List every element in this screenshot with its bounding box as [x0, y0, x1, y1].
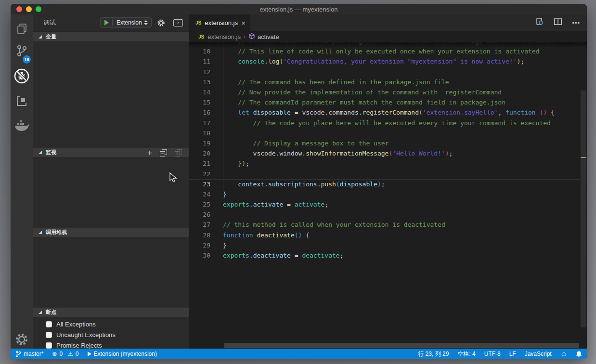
source-control-icon[interactable]: 16 — [11, 41, 33, 61]
line-number[interactable]: 14 — [189, 89, 210, 96]
zoom-window-button[interactable] — [36, 6, 41, 12]
code-line-21[interactable]: 21 }); — [189, 158, 580, 169]
debug-toolbar: 调试 Extension › — [33, 14, 189, 31]
breakpoint-checkbox[interactable] — [46, 321, 52, 327]
code-line-13[interactable]: 13 // The command has been defined in th… — [189, 77, 580, 87]
launch-config-dropdown[interactable]: Extension — [100, 17, 152, 28]
breakpoint-item[interactable]: Uncaught Exceptions — [33, 329, 189, 340]
code-line-23[interactable]: 23 context.subscriptions.push(disposable… — [189, 179, 580, 189]
line-number[interactable]: 18 — [189, 130, 210, 137]
call-stack-panel[interactable] — [33, 237, 189, 307]
vertical-scrollbar[interactable] — [581, 91, 586, 327]
mouse-cursor — [169, 172, 177, 185]
debug-console-icon[interactable]: › — [173, 19, 183, 26]
cursor-position-status[interactable]: 行 23, 列 29 — [418, 350, 449, 358]
problems-status[interactable]: ⊗ 0 ⚠ 0 — [52, 351, 78, 357]
notifications-bell-icon[interactable] — [576, 351, 582, 357]
line-number[interactable]: 19 — [189, 140, 210, 147]
code-line-10[interactable]: 10 // This line of code will only be exe… — [189, 46, 580, 56]
code-line-22[interactable]: 22 — [189, 169, 580, 179]
close-tab-icon[interactable]: × — [241, 19, 246, 27]
line-number[interactable]: 22 — [189, 170, 210, 178]
branch-name: master* — [24, 351, 43, 357]
line-number[interactable]: 26 — [189, 211, 210, 218]
line-number[interactable]: 11 — [189, 58, 210, 65]
horizontal-scrollbar[interactable] — [224, 343, 579, 348]
more-actions-icon[interactable]: ⋯ — [572, 18, 580, 27]
minimize-window-button[interactable] — [26, 6, 32, 12]
tab-extension-js[interactable]: JS extension.js × — [189, 14, 250, 31]
line-number[interactable]: 27 — [189, 221, 210, 228]
feedback-smiley-icon[interactable]: ☺ — [560, 350, 567, 358]
language-mode-status[interactable]: JavaScript — [525, 351, 552, 357]
open-preview-icon[interactable] — [535, 17, 544, 28]
line-number[interactable]: 12 — [189, 68, 210, 76]
debug-view-title: 调试 — [43, 18, 56, 27]
code-line-19[interactable]: 19 // Display a message box to the user — [189, 138, 580, 148]
section-header-call-stack[interactable]: 调用堆栈 — [33, 227, 189, 237]
breakpoint-item[interactable]: All Exceptions — [33, 319, 189, 329]
indentation-status[interactable]: 空格: 4 — [457, 350, 475, 358]
section-header-breakpoints[interactable]: 断点 — [33, 307, 189, 317]
debug-icon[interactable] — [11, 66, 33, 86]
section-title: 断点 — [46, 309, 56, 316]
remove-all-watch-icon: × — [175, 149, 182, 156]
line-number[interactable]: 29 — [189, 242, 210, 249]
line-number[interactable]: 17 — [189, 119, 210, 127]
collapse-all-icon[interactable]: − — [160, 149, 167, 156]
twistie-icon — [39, 151, 42, 154]
code-line-25[interactable]: 25exports.activate = activate; — [189, 199, 580, 209]
code-line-24[interactable]: 24} — [189, 189, 580, 199]
line-number[interactable]: 21 — [189, 160, 210, 167]
code-line-14[interactable]: 14 // Now provide the implementation of … — [189, 87, 580, 97]
docker-icon[interactable] — [11, 116, 33, 135]
code-line-28[interactable]: 28function deactivate() { — [189, 230, 580, 240]
code-line-27[interactable]: 27// this method is called when your ext… — [189, 220, 580, 230]
breakpoint-checkbox[interactable] — [46, 342, 52, 349]
close-window-button[interactable] — [16, 6, 22, 12]
line-number[interactable]: 25 — [189, 201, 210, 208]
section-header-watch[interactable]: 监视 + − × — [33, 147, 189, 157]
breadcrumb-file[interactable]: extension.js — [207, 33, 241, 40]
line-number[interactable]: 24 — [189, 191, 210, 198]
line-number[interactable]: 15 — [189, 99, 210, 106]
debug-target-status[interactable]: Extension (myextension) — [88, 351, 157, 357]
code-text: let disposable = vscode.commands.registe… — [223, 109, 555, 116]
code-line-15[interactable]: 15 // The commandId parameter must match… — [189, 97, 580, 107]
code-line-9[interactable]: 9 // Use the console to output diagnosti… — [189, 42, 580, 46]
start-debug-icon[interactable] — [104, 20, 109, 26]
breadcrumb: JS extension.js › activate — [189, 31, 587, 42]
code-line-11[interactable]: 11 console.log('Congratulations, your ex… — [189, 56, 580, 66]
line-number[interactable]: 28 — [189, 232, 210, 239]
eol-status[interactable]: LF — [509, 351, 516, 357]
code-area[interactable]: 9 // Use the console to output diagnosti… — [189, 42, 587, 349]
settings-gear-icon[interactable] — [11, 330, 33, 349]
section-header-variables[interactable]: 变量 — [33, 32, 189, 41]
split-editor-icon[interactable] — [554, 18, 562, 27]
line-number[interactable]: 10 — [189, 48, 210, 55]
code-line-17[interactable]: 17 // The code you place here will be ex… — [189, 118, 580, 128]
line-number[interactable]: 30 — [189, 252, 210, 259]
line-number[interactable]: 23 — [189, 181, 210, 188]
line-number[interactable]: 13 — [189, 78, 210, 86]
code-line-18[interactable]: 18 — [189, 128, 580, 138]
line-number[interactable]: 9 — [189, 42, 210, 45]
encoding-status[interactable]: UTF-8 — [484, 351, 501, 357]
variables-panel[interactable] — [33, 41, 189, 147]
breadcrumb-symbol[interactable]: activate — [258, 33, 279, 40]
explorer-icon[interactable] — [11, 19, 33, 39]
line-number[interactable]: 20 — [189, 150, 210, 157]
extensions-icon[interactable] — [11, 91, 33, 111]
add-watch-icon[interactable]: + — [147, 149, 152, 157]
code-line-16[interactable]: 16 let disposable = vscode.commands.regi… — [189, 107, 580, 117]
watch-panel[interactable] — [33, 157, 189, 227]
configure-gear-icon[interactable] — [157, 19, 165, 29]
code-line-12[interactable]: 12 — [189, 67, 580, 77]
code-line-29[interactable]: 29} — [189, 240, 580, 250]
code-line-30[interactable]: 30exports.deactivate = deactivate; — [189, 250, 580, 260]
code-line-26[interactable]: 26 — [189, 209, 580, 220]
code-line-20[interactable]: 20 vscode.window.showInformationMessage(… — [189, 148, 580, 158]
git-branch-status[interactable]: master* — [15, 351, 43, 357]
line-number[interactable]: 16 — [189, 109, 210, 116]
breakpoint-checkbox[interactable] — [46, 332, 52, 338]
